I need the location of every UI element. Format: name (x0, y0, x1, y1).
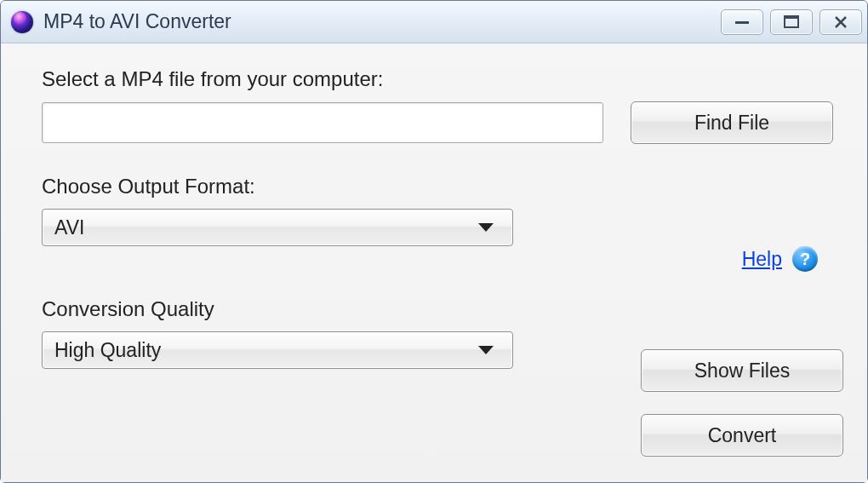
chevron-down-icon (478, 223, 494, 232)
select-file-label: Select a MP4 file from your computer: (42, 67, 843, 91)
window-title: MP4 to AVI Converter (43, 10, 231, 33)
maximize-button[interactable] (770, 9, 813, 35)
output-format-select[interactable]: AVI (42, 209, 513, 246)
svg-rect-2 (785, 16, 798, 19)
help-block: Help ? (742, 246, 818, 272)
titlebar: MP4 to AVI Converter (1, 1, 867, 43)
window-controls (721, 9, 862, 35)
svg-rect-0 (735, 21, 749, 24)
convert-button[interactable]: Convert (641, 414, 843, 457)
show-files-label: Show Files (694, 359, 790, 382)
file-path-input[interactable] (42, 102, 603, 143)
conversion-quality-label: Conversion Quality (42, 297, 843, 321)
client-area: Select a MP4 file from your computer: Fi… (1, 43, 867, 482)
close-icon (833, 14, 848, 30)
find-file-label: Find File (694, 112, 769, 135)
minimize-button[interactable] (721, 9, 763, 35)
chevron-down-icon (478, 346, 494, 354)
quality-value: High Quality (54, 339, 161, 362)
file-row: Find File (42, 101, 843, 144)
show-files-button[interactable]: Show Files (641, 349, 843, 392)
close-button[interactable] (819, 9, 862, 35)
app-window: MP4 to AVI Converter S (0, 0, 868, 483)
find-file-button[interactable]: Find File (631, 101, 833, 144)
output-format-value: AVI (54, 216, 84, 239)
quality-select[interactable]: High Quality (42, 331, 513, 369)
maximize-icon (784, 15, 799, 29)
app-icon (11, 11, 33, 33)
action-buttons: Show Files Convert (641, 349, 843, 457)
output-format-label: Choose Output Format: (42, 175, 843, 198)
convert-label: Convert (708, 424, 777, 447)
help-link[interactable]: Help (742, 248, 782, 271)
minimize-icon (734, 16, 751, 28)
help-icon[interactable]: ? (792, 246, 818, 272)
